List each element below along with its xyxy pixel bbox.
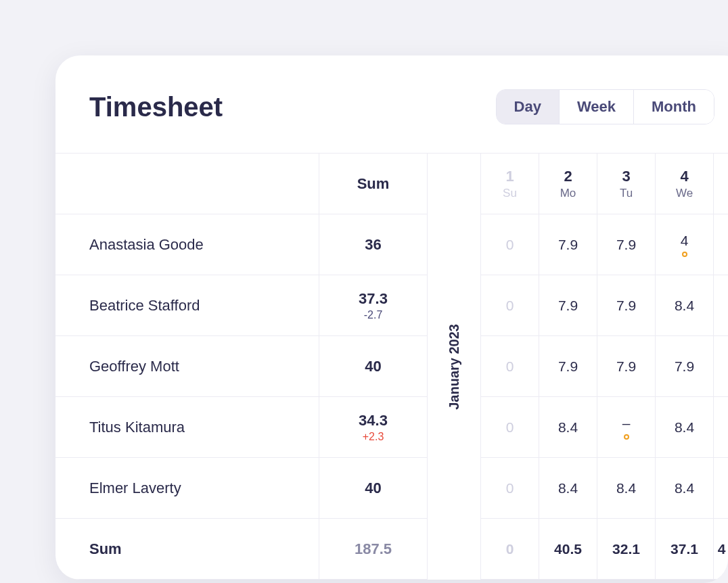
time-cell[interactable]: 8.4 [539, 397, 597, 458]
time-cell [714, 214, 728, 275]
day-total-cell: 32.1 [597, 519, 655, 580]
indicator-icon [682, 252, 687, 257]
time-cell[interactable]: – [597, 397, 655, 458]
day-column: 2 Mo 7.9 7.9 7.9 8.4 8.4 40.5 [539, 153, 597, 580]
time-cell[interactable]: 7.9 [539, 336, 597, 397]
employee-name-cell[interactable]: Titus Kitamura [55, 397, 319, 458]
sum-header-cell: Sum [319, 154, 427, 214]
time-cell[interactable]: 4 [656, 214, 713, 275]
employee-sum-cell[interactable]: 37.3 -2.7 [319, 275, 427, 336]
time-cell[interactable]: 7.9 [597, 214, 655, 275]
timesheet-table: Anastasia Goode Beatrice Stafford Geoffr… [55, 153, 728, 580]
time-cell[interactable]: 8.4 [597, 458, 655, 519]
day-total-cell: 40.5 [539, 519, 597, 580]
time-cell[interactable]: 0 [481, 336, 539, 397]
sum-column: Sum 36 37.3 -2.7 40 34.3 +2.3 40 187.5 [319, 153, 428, 580]
month-column: January 2023 [428, 153, 480, 580]
view-week-button[interactable]: Week [560, 90, 634, 124]
day-header-cell[interactable]: 2 Mo [539, 154, 597, 214]
view-month-button[interactable]: Month [634, 90, 714, 124]
employee-name-cell[interactable]: Elmer Laverty [55, 458, 319, 519]
day-header-cell[interactable]: 1 Su [481, 154, 539, 214]
time-cell[interactable]: 7.9 [539, 275, 597, 336]
time-cell[interactable]: 0 [481, 275, 539, 336]
time-cell[interactable]: 0 [481, 397, 539, 458]
time-cell[interactable]: 8.4 [656, 275, 713, 336]
card-header: Timesheet Day Week Month [55, 89, 728, 153]
employee-sum-cell[interactable]: 40 [319, 458, 427, 519]
day-header-cell[interactable]: 3 Tu [597, 154, 655, 214]
time-cell[interactable]: 7.9 [539, 214, 597, 275]
time-cell[interactable]: 0 [481, 458, 539, 519]
time-cell[interactable]: 8.4 [656, 458, 713, 519]
employee-name-cell[interactable]: Anastasia Goode [55, 214, 319, 275]
day-column: 1 Su 0 0 0 0 0 0 [480, 153, 539, 580]
employee-name-cell[interactable]: Geoffrey Mott [55, 336, 319, 397]
time-cell[interactable]: 8.4 [656, 397, 713, 458]
day-header-cell[interactable]: 4 We [656, 154, 713, 214]
view-day-button[interactable]: Day [497, 90, 560, 124]
time-cell[interactable]: 7.9 [656, 336, 713, 397]
employee-name-cell[interactable]: Beatrice Stafford [55, 275, 319, 336]
employee-sum-cell[interactable]: 34.3 +2.3 [319, 397, 427, 458]
delta-badge: -2.7 [364, 309, 383, 321]
name-column: Anastasia Goode Beatrice Stafford Geoffr… [55, 153, 319, 580]
sum-total-cell: 187.5 [319, 519, 427, 580]
time-cell [714, 275, 728, 336]
time-cell[interactable]: 0 [481, 214, 539, 275]
days-section: 1 Su 0 0 0 0 0 0 2 Mo 7.9 [480, 153, 728, 580]
employee-sum-cell[interactable]: 36 [319, 214, 427, 275]
indicator-icon [624, 434, 629, 440]
day-column: 3 Tu 7.9 7.9 7.9 – 8.4 32.1 [597, 153, 655, 580]
timesheet-card: Timesheet Day Week Month Anastasia Goode… [55, 55, 728, 580]
time-cell [714, 458, 728, 519]
time-cell[interactable]: 8.4 [539, 458, 597, 519]
sum-row-label-cell: Sum [55, 519, 319, 580]
time-cell[interactable]: 7.9 [597, 336, 655, 397]
day-total-cell: 37.1 [656, 519, 713, 580]
time-cell [714, 397, 728, 458]
day-total-cell: 4 [714, 519, 728, 580]
day-column-partial: 4 [713, 153, 728, 580]
day-header-cell [714, 154, 728, 214]
day-column: 4 We 4 8.4 7.9 8.4 8.4 37.1 [655, 153, 713, 580]
day-total-cell: 0 [481, 519, 539, 580]
month-label: January 2023 [447, 324, 462, 410]
name-header-cell [55, 154, 319, 214]
time-cell[interactable]: 7.9 [597, 275, 655, 336]
view-switcher: Day Week Month [496, 89, 714, 124]
time-cell [714, 336, 728, 397]
delta-badge: +2.3 [363, 431, 384, 443]
page-title: Timesheet [89, 92, 223, 122]
page-background: Timesheet Day Week Month Anastasia Goode… [0, 0, 728, 583]
employee-sum-cell[interactable]: 40 [319, 336, 427, 397]
